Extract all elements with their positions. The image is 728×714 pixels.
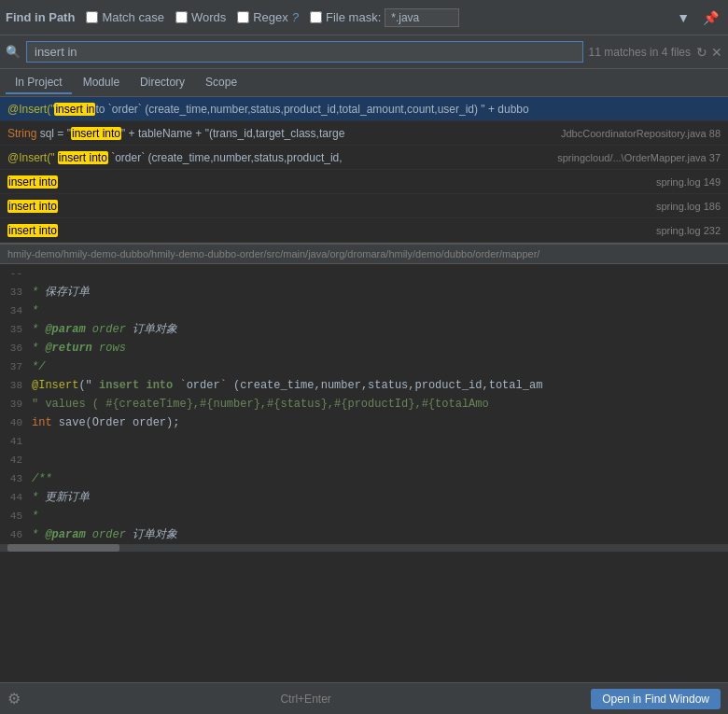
scrollbar-thumb [7,544,119,552]
words-label: Words [191,10,226,24]
result-row[interactable]: @Insert("insert into `order` (create_tim… [0,97,728,121]
match-count: 11 matches in 4 files [589,46,691,59]
result-text: String sql = "insert into" + tableName +… [7,127,553,140]
code-line: 33 * 保存订单 [0,283,728,301]
match-case-label: Match case [102,10,163,24]
match-case-checkbox[interactable] [86,11,98,23]
results-section: @Insert("insert into `order` (create_tim… [0,97,728,245]
toolbar-title: Find in Path [6,10,75,24]
result-text: insert into [7,200,649,213]
words-group: Words [175,10,226,24]
code-line: 38 @Insert(" insert into `order` (create… [0,376,728,395]
search-input[interactable] [26,41,583,63]
result-file: spring.log 149 [656,176,721,188]
result-file: spring.log 186 [656,201,721,212]
code-line: 46 * @param order 订单对象 [0,525,728,544]
scope-tabs: In Project Module Directory Scope [0,69,728,97]
words-checkbox[interactable] [175,11,188,23]
refresh-icon-btn[interactable]: ↻ [696,45,707,60]
result-text: insert into [7,175,649,189]
search-action-icons: ↻ ✕ [696,45,722,60]
toolbar-icons: ▼ 📌 [673,8,722,27]
file-mask-input[interactable] [385,8,459,27]
regex-checkbox[interactable] [237,11,249,23]
code-line: 40 int save(Order order); [0,413,728,432]
result-row[interactable]: insert into spring.log 186 [0,194,728,218]
gear-icon[interactable]: ⚙ [7,690,21,707]
code-line: 35 * @param order 订单对象 [0,320,728,339]
file-mask-checkbox[interactable] [310,11,322,23]
bottom-bar: ⚙ Ctrl+Enter Open in Find Window [0,682,728,714]
regex-question: ? [292,10,299,24]
result-file: springcloud/...\OrderMapper.java 37 [557,152,721,163]
result-text: @Insert(" insert into `order` (create_ti… [7,151,550,164]
result-row[interactable]: String sql = "insert into" + tableName +… [0,121,728,146]
open-in-find-window-button[interactable]: Open in Find Window [591,689,721,709]
code-line: 37 */ [0,357,728,376]
file-mask-label: File mask: [326,10,381,24]
toolbar: Find in Path Match case Words Regex ? Fi… [0,0,728,35]
code-line: 39 " values ( #{createTime},#{number},#{… [0,395,728,413]
result-file: JdbcCoordinatorRepository.java 88 [561,128,721,139]
search-icon: 🔍 [6,45,21,59]
result-text: @Insert("insert into `order` (create_tim… [7,103,713,116]
code-line: 34 * [0,301,728,320]
regex-group: Regex ? [237,10,299,24]
code-line: 44 * 更新订单 [0,488,728,507]
search-row: 🔍 11 matches in 4 files ↻ ✕ [0,35,728,69]
filepath-bar: hmily-demo/hmily-demo-dubbo/hmily-demo-d… [0,245,728,264]
pin-icon-btn[interactable]: 📌 [699,8,722,27]
code-line: 43 /** [0,469,728,488]
close-search-btn[interactable]: ✕ [711,45,722,60]
code-line: 41 [0,432,728,451]
regex-label: Regex [253,10,288,24]
code-line: -- [0,264,728,283]
code-panel: -- 33 * 保存订单 34 * 35 * @param order 订单对象… [0,264,728,544]
result-row[interactable]: insert into spring.log 149 [0,170,728,194]
result-file: spring.log 232 [656,225,721,236]
tab-scope[interactable]: Scope [196,72,246,94]
match-case-group: Match case [86,10,163,24]
code-line: 42 [0,451,728,469]
result-text: insert into [7,224,649,237]
result-row[interactable]: @Insert(" insert into `order` (create_ti… [0,146,728,170]
shortcut-hint: Ctrl+Enter [280,693,330,706]
tab-directory[interactable]: Directory [131,72,194,94]
code-line: 36 * @return rows [0,339,728,357]
tab-module[interactable]: Module [74,72,129,94]
horizontal-scrollbar[interactable] [0,544,728,552]
main-container: Find in Path Match case Words Regex ? Fi… [0,0,728,714]
filter-icon-btn[interactable]: ▼ [673,8,693,27]
result-row[interactable]: insert into spring.log 232 [0,218,728,243]
code-line: 45 * [0,507,728,525]
tab-in-project[interactable]: In Project [6,72,72,94]
file-mask-group: File mask: [310,8,459,27]
